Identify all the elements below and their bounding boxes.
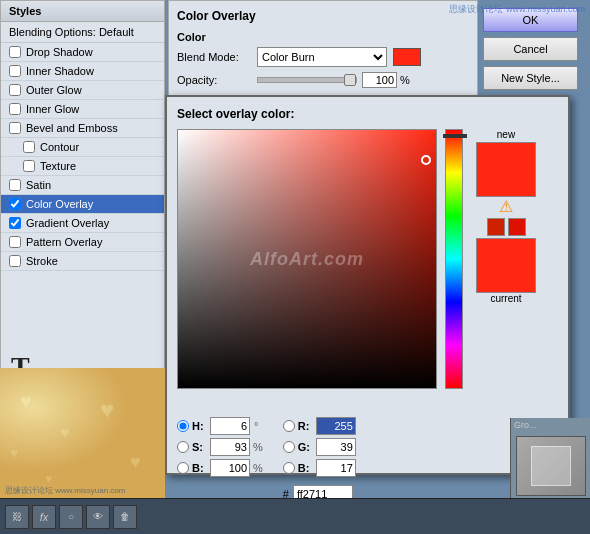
- inner-shadow-label: Inner Shadow: [26, 65, 94, 77]
- gradient-cursor: [421, 155, 431, 165]
- stroke-label: Stroke: [26, 255, 58, 267]
- satin-checkbox[interactable]: [9, 179, 21, 191]
- hsb-fields: H: ° S: % B: %: [177, 417, 263, 477]
- warning-swatch-2[interactable]: [508, 218, 526, 236]
- h-field-row: H: °: [177, 417, 263, 435]
- blend-mode-label: Blend Mode:: [177, 51, 257, 63]
- color-gradient-square[interactable]: AlfoArt.com: [177, 129, 437, 389]
- style-contour[interactable]: Contour: [1, 138, 164, 157]
- style-stroke[interactable]: Stroke: [1, 252, 164, 271]
- h-radio[interactable]: [177, 420, 189, 432]
- b2-radio[interactable]: [283, 462, 295, 474]
- r-radio[interactable]: [283, 420, 295, 432]
- canvas-area: ♥ ♥ ♥ ♥ ♥ ♥: [0, 368, 165, 498]
- style-satin[interactable]: Satin: [1, 176, 164, 195]
- b2-input[interactable]: [316, 459, 356, 477]
- gro-label: Gro...: [514, 420, 537, 430]
- new-swatch[interactable]: [476, 142, 536, 197]
- b-radio[interactable]: [177, 462, 189, 474]
- opacity-slider[interactable]: [257, 77, 357, 83]
- outer-glow-checkbox[interactable]: [9, 84, 21, 96]
- styles-panel-title: Styles: [1, 1, 164, 22]
- outer-glow-label: Outer Glow: [26, 84, 82, 96]
- style-bevel-emboss[interactable]: Bevel and Emboss: [1, 119, 164, 138]
- b-label: B:: [192, 462, 207, 474]
- warning-swatch-1[interactable]: [487, 218, 505, 236]
- watermark-text: AlfoArt.com: [250, 249, 364, 270]
- new-style-button[interactable]: New Style...: [483, 66, 578, 90]
- gradient-overlay-checkbox[interactable]: [9, 217, 21, 229]
- style-pattern-overlay[interactable]: Pattern Overlay: [1, 233, 164, 252]
- s-radio[interactable]: [177, 441, 189, 453]
- style-drop-shadow[interactable]: Drop Shadow: [1, 43, 164, 62]
- r-input[interactable]: [316, 417, 356, 435]
- r-label: R:: [298, 420, 313, 432]
- current-swatch[interactable]: [476, 238, 536, 293]
- inner-glow-label: Inner Glow: [26, 103, 79, 115]
- style-texture[interactable]: Texture: [1, 157, 164, 176]
- satin-label: Satin: [26, 179, 51, 191]
- g-radio[interactable]: [283, 441, 295, 453]
- b-field-row: B: %: [177, 459, 263, 477]
- style-gradient-overlay[interactable]: Gradient Overlay: [1, 214, 164, 233]
- eye-btn[interactable]: 👁: [86, 505, 110, 529]
- picker-title: Select overlay color:: [177, 107, 558, 121]
- g-field-row: G:: [283, 438, 356, 456]
- style-inner-shadow[interactable]: Inner Shadow: [1, 62, 164, 81]
- thumb-inner: [531, 446, 571, 486]
- swatch-area: new ⚠ current: [471, 129, 541, 409]
- fx-button[interactable]: fx: [32, 505, 56, 529]
- style-color-overlay[interactable]: Color Overlay: [1, 195, 164, 214]
- hue-strip[interactable]: [445, 129, 463, 389]
- s-unit: %: [253, 441, 263, 453]
- opacity-input[interactable]: [362, 72, 397, 88]
- style-outer-glow[interactable]: Outer Glow: [1, 81, 164, 100]
- g-input[interactable]: [316, 438, 356, 456]
- texture-label: Texture: [40, 160, 76, 172]
- inner-shadow-checkbox[interactable]: [9, 65, 21, 77]
- bottom-toolbar: ⛓ fx ○ 👁 🗑: [0, 498, 590, 534]
- inner-glow-checkbox[interactable]: [9, 103, 21, 115]
- h-unit: °: [254, 420, 258, 432]
- svg-text:♥: ♥: [100, 396, 114, 423]
- cancel-button[interactable]: Cancel: [483, 37, 578, 61]
- b-input[interactable]: [210, 459, 250, 477]
- contour-label: Contour: [40, 141, 79, 153]
- svg-text:♥: ♥: [60, 424, 70, 441]
- top-watermark: 思缘设计论坛 www.missyuan.com: [449, 3, 585, 16]
- drop-shadow-checkbox[interactable]: [9, 46, 21, 58]
- b2-label: B:: [298, 462, 313, 474]
- s-label: S:: [192, 441, 207, 453]
- texture-checkbox[interactable]: [23, 160, 35, 172]
- blend-mode-select[interactable]: Color Burn: [257, 47, 387, 67]
- style-inner-glow[interactable]: Inner Glow: [1, 100, 164, 119]
- warning-icon: ⚠: [499, 197, 513, 216]
- bevel-emboss-checkbox[interactable]: [9, 122, 21, 134]
- color-overlay-checkbox[interactable]: [9, 198, 21, 210]
- stroke-checkbox[interactable]: [9, 255, 21, 267]
- opacity-label: Opacity:: [177, 74, 257, 86]
- contour-checkbox[interactable]: [23, 141, 35, 153]
- pattern-overlay-checkbox[interactable]: [9, 236, 21, 248]
- s-input[interactable]: [210, 438, 250, 456]
- color-overlay-panel-title: Color Overlay: [177, 9, 469, 23]
- new-swatch-label: new: [497, 129, 515, 140]
- blend-mode-row: Blend Mode: Color Burn: [177, 47, 469, 67]
- trash-btn[interactable]: 🗑: [113, 505, 137, 529]
- drop-shadow-label: Drop Shadow: [26, 46, 93, 58]
- opacity-unit: %: [400, 74, 410, 86]
- color-swatch[interactable]: [393, 48, 421, 66]
- canvas-hearts-bg: ♥ ♥ ♥ ♥ ♥ ♥: [0, 368, 165, 498]
- blending-options-row[interactable]: Blending Options: Default: [1, 22, 164, 43]
- gro-thumbnail-img: [516, 436, 586, 496]
- b-unit: %: [253, 462, 263, 474]
- color-overlay-label: Color Overlay: [26, 198, 93, 210]
- picker-body: AlfoArt.com new ⚠ current: [177, 129, 558, 409]
- link-icon-btn[interactable]: ⛓: [5, 505, 29, 529]
- bottom-watermark: 思缘设计论坛 www.missyuan.com: [5, 485, 125, 496]
- s-field-row: S: %: [177, 438, 263, 456]
- r-field-row: R:: [283, 417, 356, 435]
- circle-btn[interactable]: ○: [59, 505, 83, 529]
- h-input[interactable]: [210, 417, 250, 435]
- svg-text:♥: ♥: [10, 445, 18, 461]
